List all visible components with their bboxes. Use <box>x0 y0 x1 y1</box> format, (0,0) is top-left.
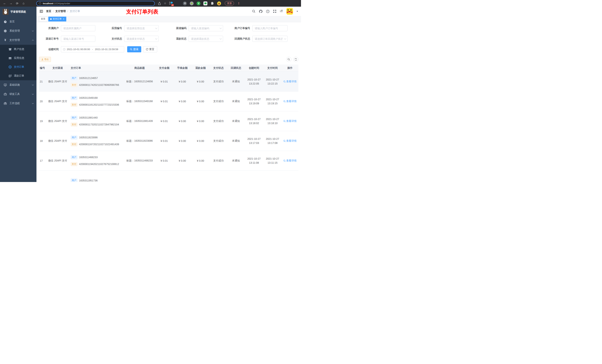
channel-order-no-filter-label: 渠道订单号 <box>39 37 61 41</box>
profile-emoji-avatar[interactable] <box>217 1 221 6</box>
browser-back-button[interactable]: ← <box>2 2 7 5</box>
merchant-order-no: 1635311951736 <box>79 179 97 182</box>
font-size-icon[interactable]: TT <box>280 10 283 13</box>
pay-tag: 支付 <box>71 142 77 146</box>
col-order: 支付订单 <box>70 64 124 72</box>
user-avatar[interactable] <box>286 8 293 15</box>
extension-icon-y[interactable]: Y <box>197 1 201 5</box>
cell-id <box>39 171 45 182</box>
refund-status-filter-label: 退款状态 <box>171 37 189 41</box>
cell-fee-amount: ¥ 0.00 <box>173 111 191 131</box>
merchant-filter-input[interactable] <box>61 25 95 31</box>
avatar-caret-icon[interactable] <box>297 11 298 12</box>
extensions-puzzle-icon[interactable] <box>210 1 214 5</box>
cell-pay-time: 2021-10-2713:17:08 <box>263 131 281 151</box>
refresh-table-button[interactable] <box>293 57 298 62</box>
url-host: localhost <box>43 2 53 5</box>
app-filter-select[interactable] <box>124 25 159 31</box>
sidebar-item-system[interactable]: 系统管理 <box>0 26 36 35</box>
extension-icon-command[interactable]: ⌘ <box>183 1 187 5</box>
help-icon[interactable]: ? <box>266 10 269 13</box>
extension-icon-chat[interactable] <box>204 1 207 5</box>
sidebar-item-label: 研发工具 <box>10 93 20 96</box>
sidebar-item-app-info[interactable]: 应用信息 <box>0 54 36 62</box>
reset-button[interactable]: 重置 <box>143 46 157 52</box>
app-title: 芋道管理系统 <box>10 10 26 13</box>
cell-refund-amount: ¥ 0.00 <box>191 72 210 91</box>
pay-order-no: 4200001181202110277723215336 <box>79 103 119 106</box>
sidebar-item-label: 首页 <box>10 20 15 23</box>
show-search-button[interactable] <box>286 57 291 62</box>
bookmark-star-icon[interactable]: ☆ <box>164 2 166 5</box>
fullscreen-icon[interactable] <box>273 10 276 13</box>
sidebar-toggle-icon[interactable] <box>39 10 43 13</box>
channel-code-filter-select[interactable] <box>189 25 223 31</box>
tag-pay-order[interactable]: 支付订单 × <box>48 17 66 21</box>
cell-create-time: 2021-10-2713:17:03 <box>245 131 263 151</box>
view-detail-link[interactable]: 查看详情 <box>283 80 297 83</box>
view-detail-link[interactable]: 查看详情 <box>283 159 297 162</box>
cell-pay-amount: ¥ 0.01 <box>155 91 173 111</box>
extension-icon-kite[interactable] <box>176 1 180 5</box>
table-toolbar: 导出 <box>39 57 298 62</box>
cell-channel: 微信 JSAPI 支付 <box>45 111 70 131</box>
table-row[interactable]: 21 微信 JSAPI 支付 商户1635312124657 支付4200001… <box>39 72 298 91</box>
search-button[interactable]: 搜索 <box>127 46 141 52</box>
tag-home[interactable]: 首页 <box>39 17 47 21</box>
col-channel: 支付渠道 <box>45 64 70 72</box>
view-detail-link[interactable]: 查看详情 <box>283 139 297 143</box>
site-info-icon[interactable]: i <box>39 2 41 5</box>
table-row[interactable]: 18 微信 JSAPI 支付 商户1635311823086 支付4200001… <box>39 131 298 151</box>
table-row[interactable]: 20 微信 JSAPI 支付 商户1635311949168 支付4200001… <box>39 91 298 111</box>
sidebar-item-merchant-info[interactable]: 商户信息 <box>0 45 36 54</box>
sidebar-item-infra[interactable]: 基础设施 <box>0 80 36 90</box>
app-filter-label: 应用编号 <box>106 27 124 30</box>
table-row[interactable]: 17 微信 JSAPI 支付 商户1635311468233 支付4200001… <box>39 151 298 171</box>
sidebar-item-pay-order[interactable]: ¥ 支付订单 <box>0 62 36 71</box>
export-button[interactable]: 导出 <box>39 57 51 62</box>
active-tag-dot <box>50 18 52 20</box>
search-icon[interactable] <box>252 10 256 13</box>
table-row-partial[interactable]: 商户1635311951736 <box>39 171 298 182</box>
merchant-order-no-filter-input[interactable] <box>252 25 288 31</box>
browser-menu-icon[interactable]: ⋮ <box>237 2 240 5</box>
browser-right-controls: ☆ 10 ⌘ Y 更新 ⋮ <box>158 1 299 6</box>
close-icon[interactable]: × <box>63 18 64 20</box>
create-time-range-picker[interactable]: 2021-10-01 00:00:00 - 2021-10-31 23:59:5… <box>61 46 124 52</box>
cell-id: 19 <box>39 111 45 131</box>
merchant-order-no: 1635311823086 <box>79 136 97 139</box>
cell-pay-time: 2021-10-2713:18:10 <box>263 111 281 131</box>
cell-actions: 查看详情 <box>281 131 298 151</box>
github-icon[interactable] <box>259 10 262 13</box>
breadcrumb-section[interactable]: 支付管理 <box>55 10 66 13</box>
browser-forward-button[interactable]: → <box>9 2 13 5</box>
address-bar[interactable]: i localhost:1024/pay/order <box>36 1 155 6</box>
cell-refund-amount: ¥ 0.00 <box>191 131 210 151</box>
sidebar-item-workflow[interactable]: 工作流程 <box>0 99 36 108</box>
sidebar-item-devtools[interactable]: 研发工具 <box>0 90 36 99</box>
breadcrumb-home[interactable]: 首页 <box>46 10 51 13</box>
sidebar-item-refund-order[interactable]: 退款订单 <box>0 71 36 80</box>
sidebar-item-home[interactable]: 首页 <box>0 17 36 26</box>
pay-order-no: 4200001173202110272847982104 <box>79 123 119 126</box>
view-detail-link[interactable]: 查看详情 <box>283 119 297 123</box>
refund-status-filter-select[interactable] <box>189 36 223 42</box>
pay-order-no: 4200001194202110276752100612 <box>79 163 119 166</box>
share-icon[interactable] <box>158 2 161 5</box>
pay-status-filter-select[interactable] <box>124 36 159 42</box>
sidebar-item-label: 应用信息 <box>14 56 24 60</box>
extension-icon-record[interactable] <box>190 1 194 5</box>
extension-icon-grid[interactable]: 10 <box>169 1 173 5</box>
table-row[interactable]: 19 微信 JSAPI 支付 商户1635311881440 支付4200001… <box>39 111 298 131</box>
browser-toolbar: ← → ⟳ ⌂ i localhost:1024/pay/order ☆ 10 … <box>0 0 301 7</box>
browser-home-button[interactable]: ⌂ <box>21 2 26 5</box>
view-detail-link[interactable]: 查看详情 <box>283 100 297 103</box>
grid-icon <box>9 57 12 60</box>
channel-order-no-filter-input[interactable] <box>61 36 95 42</box>
browser-reload-button[interactable]: ⟳ <box>15 2 20 5</box>
browser-update-button[interactable]: 更新 <box>225 1 234 6</box>
cell-id: 20 <box>39 91 45 111</box>
sidebar-item-pay[interactable]: ¥ 支付管理 <box>0 35 36 45</box>
callback-status-filter-select[interactable] <box>252 36 288 42</box>
export-button-label: 导出 <box>44 58 49 61</box>
